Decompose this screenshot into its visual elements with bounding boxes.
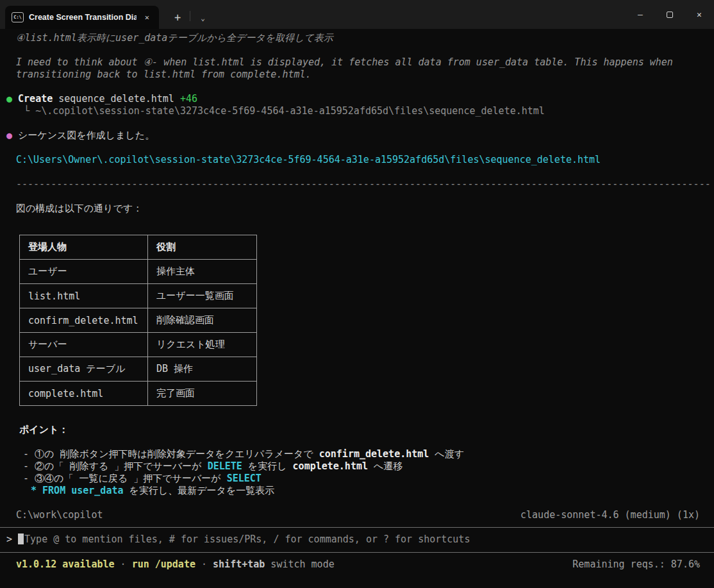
table-row: サーバー リクエスト処理 xyxy=(20,333,257,357)
table-cell-role: DB 操作 xyxy=(148,357,257,382)
point-1-filename: confirm_delete.html xyxy=(319,448,429,460)
title-bar: C:\ Create Screen Transition Diagr ✕ + ⌄… xyxy=(0,0,714,29)
point-3: - ③④の「 一覧に戻る 」押下でサーバーが SELECT xyxy=(23,473,262,485)
dashed-separator: ----------------------------------------… xyxy=(16,178,711,190)
point-3-sql-select: SELECT xyxy=(227,473,262,484)
table-cell-actor: ユーザー xyxy=(20,260,148,284)
point-1-tail: へ渡す xyxy=(429,448,464,460)
point-2-text: - ②の「 削除する 」押下でサーバーが xyxy=(23,460,208,472)
command-prompt-icon: C:\ xyxy=(12,12,24,22)
table-row: ユーザー 操作主体 xyxy=(20,260,257,284)
input-bottom-rule xyxy=(0,552,714,553)
maximize-icon xyxy=(667,12,673,18)
point-2-mid: を実行し xyxy=(242,460,293,472)
status-dot: · xyxy=(195,559,213,570)
window-controls: — ✕ xyxy=(626,0,714,29)
diff-added-count: +46 xyxy=(180,93,197,105)
table-cell-role: 完了画面 xyxy=(148,382,257,406)
table-header-role: 役割 xyxy=(148,235,257,260)
status-bar: v1.0.12 available · run /update · shift+… xyxy=(16,559,700,570)
maximize-button[interactable] xyxy=(655,0,685,29)
point-3-continuation: * FROM user_data を実行し、最新データを一覧表示 xyxy=(31,485,274,497)
points-title: ポイント： xyxy=(19,424,68,436)
table-row: user_data テーブル DB 操作 xyxy=(20,357,257,382)
terminal-tab[interactable]: C:\ Create Screen Transition Diagr ✕ xyxy=(5,6,159,29)
update-command: run /update xyxy=(132,559,195,570)
table-cell-actor: complete.html xyxy=(20,382,148,406)
tab-close-icon[interactable]: ✕ xyxy=(142,12,153,23)
remaining-requests: Remaining reqs.: 87.6% xyxy=(572,559,700,570)
table-row: list.html ユーザー一覧画面 xyxy=(20,284,257,308)
structure-intro: 図の構成は以下の通りです： xyxy=(16,203,142,215)
point-1-text: - ①の 削除ボタン押下時は削除対象データをクエリパラメータで xyxy=(23,448,319,460)
prompt-line[interactable]: > Type @ to mention files, # for issues/… xyxy=(6,533,470,545)
point-2-sql-delete: DELETE xyxy=(208,460,242,472)
new-tab-button[interactable]: + xyxy=(169,11,186,24)
table-header-row: 登場人物 役割 xyxy=(20,235,257,260)
point-2-filename: complete.html xyxy=(293,460,368,472)
created-filename: sequence_delete.html xyxy=(53,93,180,105)
prompt-char: > xyxy=(6,533,12,545)
table-cell-role: リクエスト処理 xyxy=(148,333,257,357)
input-placeholder[interactable]: Type @ to mention files, # for issues/PR… xyxy=(24,533,470,545)
table-header-actor: 登場人物 xyxy=(20,235,148,260)
table-cell-role: 削除確認画面 xyxy=(148,308,257,333)
table-cell-actor: confirm_delete.html xyxy=(20,308,148,333)
table-cell-actor: サーバー xyxy=(20,333,148,357)
current-directory: C:\work\copilot xyxy=(16,509,103,521)
file-link[interactable]: C:\Users\Owner\.copilot\session-state\32… xyxy=(16,154,601,165)
status-dot: · xyxy=(115,559,132,570)
version-available: v1.0.12 available xyxy=(16,559,115,570)
status-left: v1.0.12 available · run /update · shift+… xyxy=(16,559,335,570)
point-3-sql-from: * FROM user_data xyxy=(31,485,124,496)
table-row: complete.html 完了画面 xyxy=(20,382,257,406)
table-cell-actor: user_data テーブル xyxy=(20,357,148,382)
tab-title: Create Screen Transition Diagr xyxy=(29,13,137,22)
session-info-row: C:\work\copilot claude-sonnet-4.6 (mediu… xyxy=(16,509,700,521)
created-file-path: └ ~\.copilot\session-state\3273c4ce-5f69… xyxy=(6,105,545,117)
input-top-rule xyxy=(0,527,714,528)
create-action: Create xyxy=(18,93,53,105)
table-cell-role: 操作主体 xyxy=(148,260,257,284)
pink-bullet-icon: ● xyxy=(6,130,12,141)
text-cursor xyxy=(18,533,24,544)
point-3-cont-tail: を実行し、最新データを一覧表示 xyxy=(124,485,275,496)
point-3-text: - ③④の「 一覧に戻る 」押下でサーバーが xyxy=(23,473,227,484)
point-2-tail: へ遷移 xyxy=(368,460,403,472)
shortcut-label: switch mode xyxy=(265,559,334,570)
minimize-button[interactable]: — xyxy=(626,0,655,29)
done-message-text: シーケンス図を作成しました。 xyxy=(12,130,154,141)
thinking-line-2: transitioning back to list.html from com… xyxy=(16,69,311,80)
point-1: - ①の 削除ボタン押下時は削除対象データをクエリパラメータで confirm_… xyxy=(23,448,464,460)
close-button[interactable]: ✕ xyxy=(685,0,714,29)
model-indicator: claude-sonnet-4.6 (medium) (1x) xyxy=(520,509,700,521)
table-row: confirm_delete.html 削除確認画面 xyxy=(20,308,257,333)
done-message-line: ● シーケンス図を作成しました。 xyxy=(6,130,154,142)
point-2: - ②の「 削除する 」押下でサーバーが DELETE を実行し complet… xyxy=(23,460,403,473)
actors-table: 登場人物 役割 ユーザー 操作主体 list.html ユーザー一覧画面 con… xyxy=(19,235,257,406)
create-event-line: ● Create sequence_delete.html +46 xyxy=(6,93,197,105)
shortcut-key: shift+tab xyxy=(213,559,265,570)
green-bullet-icon: ● xyxy=(6,93,12,105)
tab-bar-divider xyxy=(190,11,190,21)
requirement-line-jp: ④list.html表示時にuser_dataテーブルから全データを取得して表示 xyxy=(16,32,333,44)
table-cell-role: ユーザー一覧画面 xyxy=(148,284,257,308)
tab-dropdown-chevron-icon[interactable]: ⌄ xyxy=(195,14,210,22)
table-cell-actor: list.html xyxy=(20,284,148,308)
thinking-line-1: I need to think about ④- when list.html … xyxy=(16,56,673,68)
